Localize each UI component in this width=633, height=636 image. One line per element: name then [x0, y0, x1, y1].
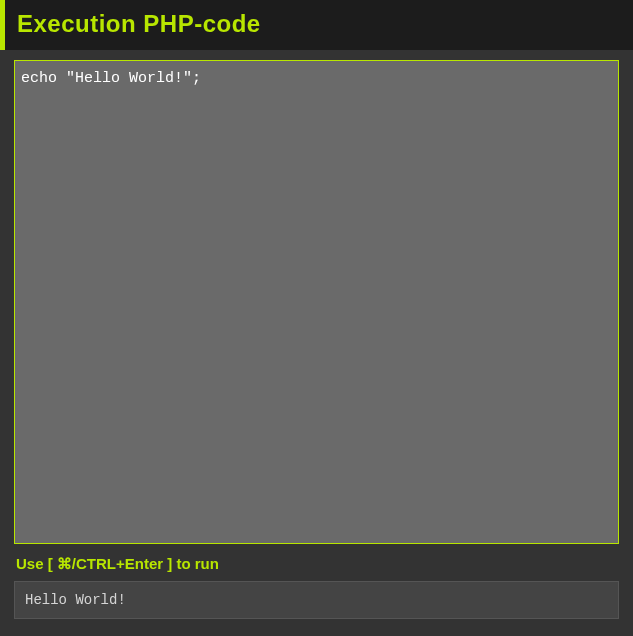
content-area: Use [ ⌘/CTRL+Enter ] to run Hello World!	[0, 54, 633, 629]
php-code-editor[interactable]	[14, 60, 619, 544]
page-title: Execution PHP-code	[17, 10, 621, 38]
run-hint-label: Use [ ⌘/CTRL+Enter ] to run	[14, 549, 619, 581]
panel-header: Execution PHP-code	[0, 0, 633, 50]
execution-output: Hello World!	[14, 581, 619, 619]
